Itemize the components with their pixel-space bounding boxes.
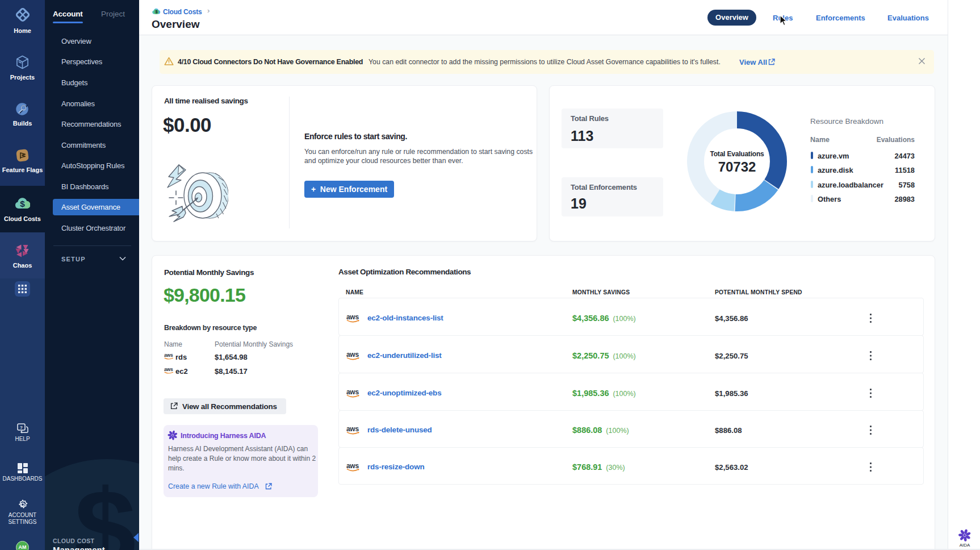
svg-text:$: $ [20,199,25,209]
svg-text:$: $ [156,10,158,14]
svg-text:?: ? [20,425,23,430]
